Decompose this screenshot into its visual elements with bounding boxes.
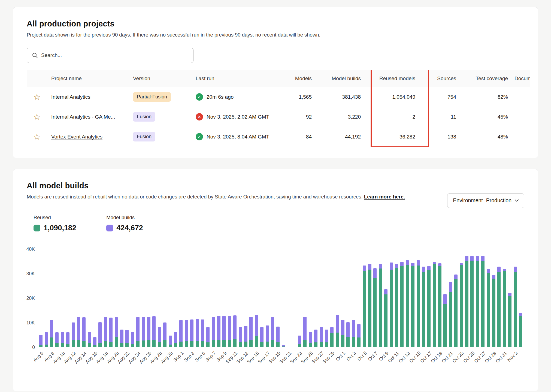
x-tick-label: Aug 24 bbox=[128, 351, 142, 365]
bar-sep-17 bbox=[265, 249, 270, 347]
bar-oct-15 bbox=[416, 249, 421, 347]
bar-aug-6 bbox=[38, 249, 44, 347]
project-link[interactable]: Vortex Event Analytics bbox=[51, 134, 102, 140]
sources-count: 754 bbox=[422, 87, 463, 107]
bar-oct-27 bbox=[480, 249, 486, 347]
bar-oct-22 bbox=[453, 249, 459, 347]
bar-sep-9 bbox=[222, 249, 227, 347]
status-error-icon: ✕ bbox=[196, 113, 203, 120]
x-tick-label: Sep 5 bbox=[194, 351, 207, 363]
favorite-star-icon[interactable]: ☆ bbox=[33, 93, 41, 101]
x-tick-label: Sep 15 bbox=[246, 351, 260, 365]
bar-nov-2 bbox=[513, 249, 518, 347]
project-link[interactable]: Internal Analytics - GA Me... bbox=[51, 114, 115, 120]
x-tick-label: Oct 25 bbox=[462, 351, 476, 364]
bar-sep-26 bbox=[313, 249, 319, 347]
last-run-text: Nov 3, 2025, 2:02 AM GMT bbox=[207, 114, 269, 120]
bar-sep-18 bbox=[270, 249, 276, 347]
bar-aug-20 bbox=[114, 249, 119, 347]
x-tick-label: Oct 7 bbox=[367, 351, 379, 362]
bar-sep-6 bbox=[205, 249, 211, 347]
bar-oct-24 bbox=[464, 249, 470, 347]
bar-aug-25 bbox=[141, 249, 146, 347]
x-tick-label: Oct 21 bbox=[441, 351, 455, 364]
bar-aug-9 bbox=[54, 249, 60, 347]
learn-more-link[interactable]: Learn more here. bbox=[364, 194, 405, 200]
models-count: 92 bbox=[286, 107, 318, 127]
bar-oct-14 bbox=[410, 249, 416, 347]
favorite-star-icon[interactable]: ☆ bbox=[33, 133, 41, 141]
bar-sep-5 bbox=[200, 249, 205, 347]
builds-card-title: All model builds bbox=[27, 181, 524, 190]
table-row: ☆ Vortex Event Analytics Fusion ✓ Nov 3,… bbox=[27, 127, 530, 147]
bar-oct-2 bbox=[346, 249, 351, 347]
builds-card-subtitle-text: Models are reused instead of rebuilt whe… bbox=[27, 194, 363, 200]
col-test-coverage: Test coverage bbox=[463, 70, 514, 87]
models-count: 84 bbox=[286, 127, 318, 147]
bar-aug-17 bbox=[98, 249, 103, 347]
legend-reused-value: 1,090,182 bbox=[44, 224, 76, 232]
table-header-row: Project name Version Last run Models Mod… bbox=[27, 70, 530, 87]
x-tick-label: Sep 29 bbox=[322, 351, 336, 365]
x-tick-label: Aug 18 bbox=[95, 351, 109, 365]
col-version: Version bbox=[133, 70, 196, 87]
x-tick-label: Aug 30 bbox=[160, 351, 174, 365]
search-input[interactable] bbox=[41, 52, 188, 58]
x-tick-label: Oct 19 bbox=[430, 351, 444, 364]
test-coverage-value: 82% bbox=[463, 87, 514, 107]
bar-sep-3 bbox=[189, 249, 195, 347]
model-builds-count: 3,220 bbox=[318, 107, 367, 127]
bar-oct-26 bbox=[475, 249, 480, 347]
chart-legend: Reused 1,090,182 Model builds 424,672 bbox=[34, 215, 524, 232]
bar-sep-8 bbox=[216, 249, 222, 347]
bar-aug-12 bbox=[71, 249, 76, 347]
bar-aug-11 bbox=[65, 249, 71, 347]
projects-card-title: All production projects bbox=[27, 19, 524, 28]
y-tick-label: 20K bbox=[19, 295, 35, 301]
bar-oct-5 bbox=[362, 249, 367, 347]
x-tick-label: Oct 27 bbox=[473, 351, 487, 364]
x-tick-label: Aug 28 bbox=[149, 351, 163, 365]
favorite-star-icon[interactable]: ☆ bbox=[33, 113, 41, 121]
bar-sep-13 bbox=[243, 249, 249, 347]
legend-builds-label: Model builds bbox=[106, 215, 143, 221]
projects-table: Project name Version Last run Models Mod… bbox=[27, 70, 530, 147]
bar-aug-23 bbox=[130, 249, 135, 347]
bar-aug-26 bbox=[146, 249, 152, 347]
bar-oct-19 bbox=[437, 249, 443, 347]
reused-swatch-icon bbox=[34, 225, 40, 231]
bar-oct-8 bbox=[378, 249, 383, 347]
bar-sep-14 bbox=[248, 249, 254, 347]
last-run-text: 20m 6s ago bbox=[207, 94, 234, 100]
bar-aug-22 bbox=[125, 249, 130, 347]
bar-oct-7 bbox=[372, 249, 378, 347]
project-link[interactable]: Internal Analytics bbox=[51, 94, 90, 100]
chart-x-axis: Aug 6Aug 8Aug 10Aug 12Aug 14Aug 16Aug 18… bbox=[38, 351, 523, 378]
y-tick-label: 0 bbox=[19, 345, 35, 350]
bar-aug-7 bbox=[44, 249, 49, 347]
environment-select[interactable]: Environment Production bbox=[447, 193, 524, 208]
legend-reused-label: Reused bbox=[34, 215, 76, 221]
bar-aug-13 bbox=[76, 249, 81, 347]
bar-oct-12 bbox=[399, 249, 405, 347]
x-tick-label: Oct 23 bbox=[452, 351, 465, 364]
sources-count: 138 bbox=[422, 127, 463, 147]
legend-builds-value: 424,672 bbox=[116, 224, 143, 232]
bar-oct-25 bbox=[470, 249, 475, 347]
col-models: Models bbox=[286, 70, 318, 87]
bar-sep-23 bbox=[297, 249, 302, 347]
bar-sep-22 bbox=[292, 249, 297, 347]
project-search[interactable] bbox=[27, 48, 193, 63]
legend-item-model-builds: Model builds 424,672 bbox=[106, 215, 143, 232]
y-tick-label: 40K bbox=[19, 246, 35, 252]
x-tick-label: Aug 6 bbox=[32, 351, 45, 363]
bar-oct-10 bbox=[389, 249, 394, 347]
bar-sep-1 bbox=[178, 249, 184, 347]
reused-models-count: 1,054,049 bbox=[367, 87, 422, 107]
bar-oct-1 bbox=[340, 249, 346, 347]
last-run-text: Nov 3, 2025, 8:04 AM GMT bbox=[207, 134, 269, 140]
bar-sep-19 bbox=[275, 249, 281, 347]
bar-aug-14 bbox=[81, 249, 87, 347]
version-badge: Fusion bbox=[133, 132, 155, 141]
bar-sep-24 bbox=[302, 249, 308, 347]
